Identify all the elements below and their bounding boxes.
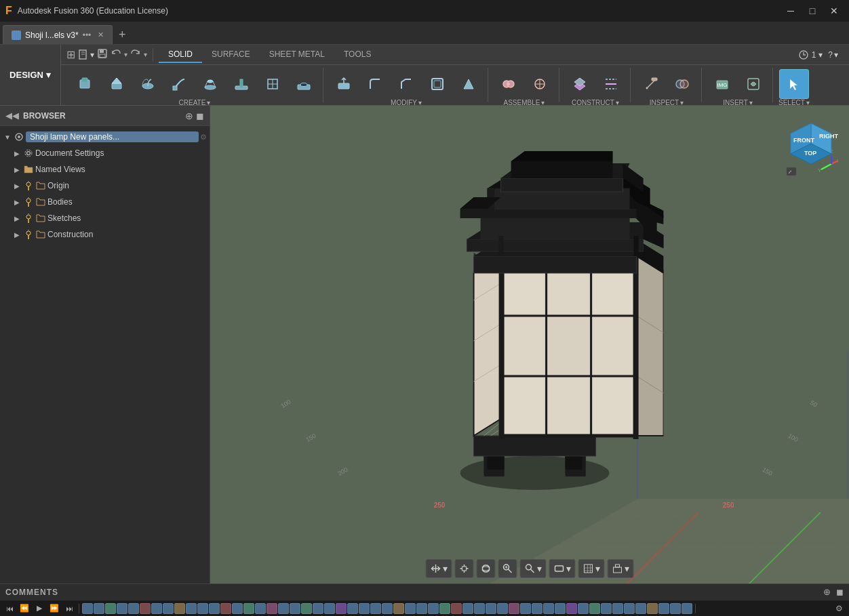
tab-options-icon[interactable]: •••: [83, 30, 92, 40]
timeline-item[interactable]: [543, 603, 554, 614]
main-tab[interactable]: Shoji l...els v3* ••• ✕: [3, 25, 113, 44]
timeline-item[interactable]: [266, 603, 277, 614]
playback-next-button[interactable]: ⏩: [47, 602, 61, 615]
tree-doc-gear-icon[interactable]: [23, 148, 34, 159]
tree-bodies[interactable]: ▶ Bodies: [0, 194, 210, 210]
timeline-item[interactable]: [428, 603, 439, 614]
playback-start-button[interactable]: ⏮: [3, 602, 16, 615]
loft-button[interactable]: [195, 69, 225, 99]
timeline-item[interactable]: [186, 603, 197, 614]
tree-views-folder-icon[interactable]: [23, 164, 34, 175]
extrude-button[interactable]: [102, 69, 132, 99]
zoom-window-button[interactable]: ▾: [520, 559, 547, 578]
timeline-item[interactable]: [255, 603, 266, 614]
tree-origin-light-icon[interactable]: [23, 180, 34, 191]
redo-button[interactable]: [130, 48, 141, 61]
display-dropdown[interactable]: ▾: [566, 563, 571, 574]
tree-construction-light-icon[interactable]: [23, 229, 34, 240]
timeline-item[interactable]: [635, 603, 646, 614]
timeline-item[interactable]: [589, 603, 600, 614]
tree-root-visibility-icon[interactable]: [14, 131, 24, 142]
timeline-item[interactable]: [197, 603, 208, 614]
timeline-item[interactable]: [658, 603, 669, 614]
tab-surface[interactable]: SURFACE: [202, 47, 260, 63]
timeline-item[interactable]: [462, 603, 473, 614]
minimize-button[interactable]: ─: [781, 4, 800, 18]
timeline-item[interactable]: [578, 603, 589, 614]
rib-button[interactable]: [226, 69, 256, 99]
timeline-item[interactable]: [520, 603, 531, 614]
timeline-item[interactable]: [82, 603, 93, 614]
settings-gear-button[interactable]: ⚙: [831, 601, 846, 616]
timeline-item[interactable]: [313, 603, 323, 614]
timeline-item[interactable]: [278, 603, 289, 614]
timeline-item[interactable]: [336, 603, 347, 614]
press-pull-button[interactable]: [329, 69, 359, 99]
history-icon[interactable]: 1 ▾: [798, 49, 823, 60]
viewport[interactable]: 250 250 200 150 100 150 100 50 RIGHT FRO…: [210, 106, 849, 583]
orbit-button[interactable]: [477, 559, 496, 578]
help-button[interactable]: ? ▾: [828, 50, 838, 60]
insert-svg-button[interactable]: [738, 69, 768, 99]
timeline-item[interactable]: [232, 603, 243, 614]
timeline-item[interactable]: [220, 603, 231, 614]
select-button[interactable]: [779, 69, 809, 99]
timeline-item[interactable]: [347, 603, 358, 614]
undo-dropdown-icon[interactable]: ▾: [124, 51, 127, 58]
display-settings-button[interactable]: ▾: [549, 559, 576, 578]
timeline-item[interactable]: [532, 603, 542, 614]
timeline-item[interactable]: [163, 603, 174, 614]
tree-sketches[interactable]: ▶ Sketches: [0, 210, 210, 226]
new-tab-button[interactable]: +: [113, 25, 132, 44]
tree-construction[interactable]: ▶ Construction: [0, 226, 210, 243]
interference-button[interactable]: [667, 69, 697, 99]
tree-root-settings-icon[interactable]: ⚙: [200, 133, 207, 142]
revolve-button[interactable]: [133, 69, 163, 99]
draft-button[interactable]: [454, 69, 483, 99]
timeline-item[interactable]: [393, 603, 404, 614]
tree-root[interactable]: ▼ Shoji lamp New panels... ⚙: [0, 129, 210, 145]
timeline-item[interactable]: [128, 603, 139, 614]
insert-mesh-button[interactable]: IMG: [707, 69, 737, 99]
navigate-dropdown[interactable]: ▾: [443, 563, 448, 574]
pan-button[interactable]: [455, 559, 474, 578]
timeline-item[interactable]: [405, 603, 416, 614]
browser-collapse-icon[interactable]: ◀◀: [5, 110, 19, 121]
measure-button[interactable]: [636, 69, 666, 99]
offset-plane-button[interactable]: [565, 69, 595, 99]
playback-play-button[interactable]: ▶: [33, 602, 46, 615]
timeline-item[interactable]: [209, 603, 220, 614]
view-cube[interactable]: RIGHT FRONT TOP X Y Z ⤢: [784, 117, 838, 171]
tree-bodies-light-icon[interactable]: [23, 197, 34, 207]
timeline-item[interactable]: [682, 603, 692, 614]
zoom-dropdown[interactable]: ▾: [537, 563, 542, 574]
timeline-item[interactable]: [612, 603, 623, 614]
timeline-item[interactable]: [301, 603, 312, 614]
timeline-item[interactable]: [94, 603, 104, 614]
timeline-item[interactable]: [382, 603, 393, 614]
timeline-item[interactable]: [497, 603, 508, 614]
comments-expand-icon[interactable]: ◼: [836, 587, 844, 597]
tab-close-icon[interactable]: ✕: [98, 30, 104, 39]
midplane-button[interactable]: [596, 69, 626, 99]
timeline-item[interactable]: [151, 603, 162, 614]
timeline-item[interactable]: [474, 603, 485, 614]
shell-button[interactable]: [422, 69, 452, 99]
browser-add-icon[interactable]: ⊕: [185, 110, 193, 121]
redo-dropdown-icon[interactable]: ▾: [144, 51, 147, 58]
tab-sheet-metal[interactable]: SHEET METAL: [260, 47, 334, 63]
timeline-item[interactable]: [509, 603, 519, 614]
timeline-item[interactable]: [359, 603, 370, 614]
browser-collapse-right-icon[interactable]: ◼: [196, 110, 204, 121]
timeline-item[interactable]: [439, 603, 450, 614]
timeline-item[interactable]: [105, 603, 116, 614]
viewcube-dropdown[interactable]: ▾: [625, 563, 629, 574]
timeline-item[interactable]: [140, 603, 151, 614]
timeline-item[interactable]: [324, 603, 335, 614]
quick-access-grid[interactable]: ⊞: [66, 48, 75, 61]
timeline-item[interactable]: [486, 603, 496, 614]
timeline-item[interactable]: [416, 603, 427, 614]
timeline-item[interactable]: [601, 603, 612, 614]
view-cube-settings-button[interactable]: ▾: [608, 559, 634, 578]
playback-end-button[interactable]: ⏭: [62, 602, 76, 615]
